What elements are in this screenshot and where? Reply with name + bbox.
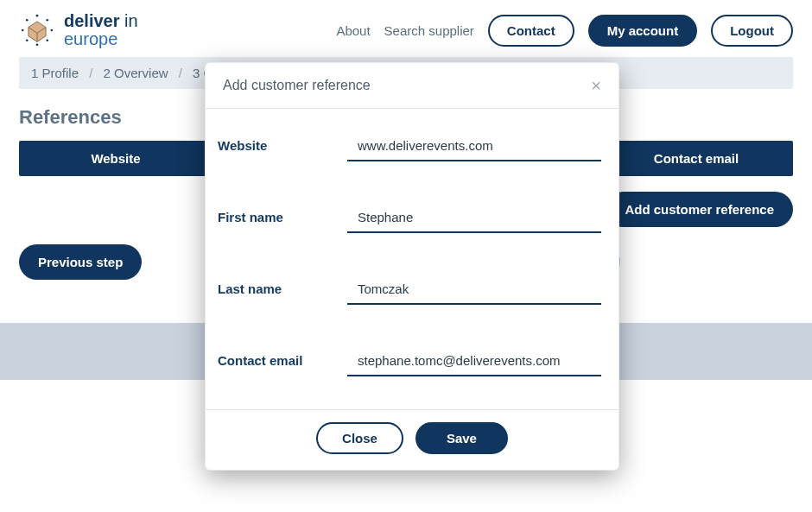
close-icon[interactable]: × — [591, 77, 601, 94]
modal-save-button[interactable]: Save — [416, 422, 508, 454]
modal-close-button[interactable]: Close — [316, 422, 403, 454]
modal-title: Add customer reference — [223, 78, 371, 93]
contact-email-input[interactable] — [347, 348, 601, 376]
label-firstname: First name — [218, 205, 330, 224]
lastname-input[interactable] — [347, 276, 601, 305]
website-input[interactable] — [347, 133, 601, 161]
label-email: Contact email — [218, 348, 330, 368]
firstname-input[interactable] — [347, 205, 601, 233]
label-lastname: Last name — [218, 276, 330, 296]
add-reference-modal: Add customer reference × Website First n… — [205, 62, 619, 471]
label-website: Website — [218, 133, 330, 153]
